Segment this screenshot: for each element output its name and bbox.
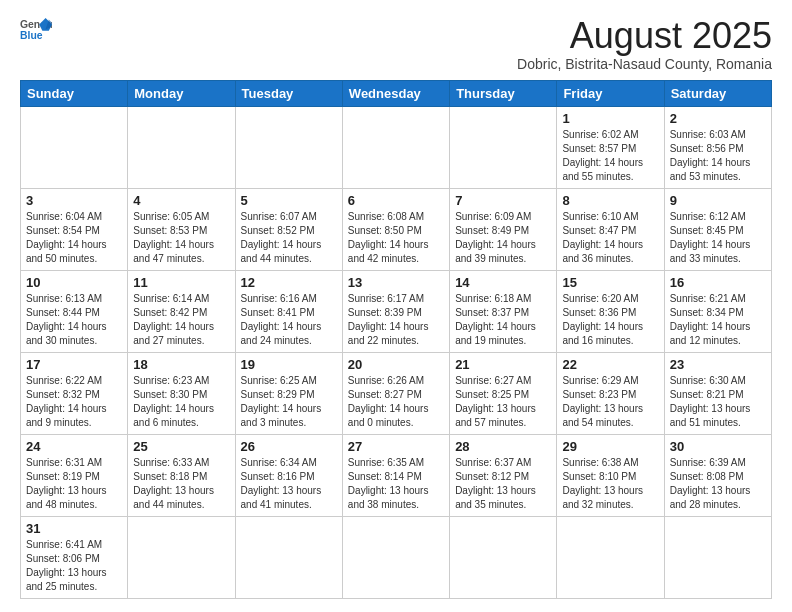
cell-w1-d1: 4Sunrise: 6:05 AM Sunset: 8:53 PM Daylig…	[128, 188, 235, 270]
col-tuesday: Tuesday	[235, 80, 342, 106]
cell-w0-d1	[128, 106, 235, 188]
cell-w3-d2: 19Sunrise: 6:25 AM Sunset: 8:29 PM Dayli…	[235, 352, 342, 434]
cell-w4-d3: 27Sunrise: 6:35 AM Sunset: 8:14 PM Dayli…	[342, 434, 449, 516]
cell-w1-d2: 5Sunrise: 6:07 AM Sunset: 8:52 PM Daylig…	[235, 188, 342, 270]
day-info: Sunrise: 6:25 AM Sunset: 8:29 PM Dayligh…	[241, 374, 337, 430]
day-number: 13	[348, 275, 444, 290]
cell-w4-d1: 25Sunrise: 6:33 AM Sunset: 8:18 PM Dayli…	[128, 434, 235, 516]
cell-w3-d5: 22Sunrise: 6:29 AM Sunset: 8:23 PM Dayli…	[557, 352, 664, 434]
col-saturday: Saturday	[664, 80, 771, 106]
day-info: Sunrise: 6:13 AM Sunset: 8:44 PM Dayligh…	[26, 292, 122, 348]
cell-w5-d4	[450, 516, 557, 598]
cell-w5-d1	[128, 516, 235, 598]
day-number: 26	[241, 439, 337, 454]
day-number: 19	[241, 357, 337, 372]
day-info: Sunrise: 6:10 AM Sunset: 8:47 PM Dayligh…	[562, 210, 658, 266]
day-info: Sunrise: 6:29 AM Sunset: 8:23 PM Dayligh…	[562, 374, 658, 430]
day-number: 7	[455, 193, 551, 208]
day-number: 9	[670, 193, 766, 208]
day-number: 21	[455, 357, 551, 372]
day-info: Sunrise: 6:07 AM Sunset: 8:52 PM Dayligh…	[241, 210, 337, 266]
day-info: Sunrise: 6:08 AM Sunset: 8:50 PM Dayligh…	[348, 210, 444, 266]
cell-w4-d2: 26Sunrise: 6:34 AM Sunset: 8:16 PM Dayli…	[235, 434, 342, 516]
cell-w1-d5: 8Sunrise: 6:10 AM Sunset: 8:47 PM Daylig…	[557, 188, 664, 270]
subtitle: Dobric, Bistrita-Nasaud County, Romania	[517, 56, 772, 72]
cell-w3-d3: 20Sunrise: 6:26 AM Sunset: 8:27 PM Dayli…	[342, 352, 449, 434]
day-info: Sunrise: 6:09 AM Sunset: 8:49 PM Dayligh…	[455, 210, 551, 266]
cell-w1-d6: 9Sunrise: 6:12 AM Sunset: 8:45 PM Daylig…	[664, 188, 771, 270]
cell-w4-d0: 24Sunrise: 6:31 AM Sunset: 8:19 PM Dayli…	[21, 434, 128, 516]
day-info: Sunrise: 6:33 AM Sunset: 8:18 PM Dayligh…	[133, 456, 229, 512]
day-number: 15	[562, 275, 658, 290]
day-info: Sunrise: 6:14 AM Sunset: 8:42 PM Dayligh…	[133, 292, 229, 348]
col-sunday: Sunday	[21, 80, 128, 106]
day-number: 4	[133, 193, 229, 208]
day-info: Sunrise: 6:22 AM Sunset: 8:32 PM Dayligh…	[26, 374, 122, 430]
cell-w4-d6: 30Sunrise: 6:39 AM Sunset: 8:08 PM Dayli…	[664, 434, 771, 516]
day-info: Sunrise: 6:16 AM Sunset: 8:41 PM Dayligh…	[241, 292, 337, 348]
day-info: Sunrise: 6:27 AM Sunset: 8:25 PM Dayligh…	[455, 374, 551, 430]
cell-w2-d6: 16Sunrise: 6:21 AM Sunset: 8:34 PM Dayli…	[664, 270, 771, 352]
cell-w3-d4: 21Sunrise: 6:27 AM Sunset: 8:25 PM Dayli…	[450, 352, 557, 434]
day-info: Sunrise: 6:41 AM Sunset: 8:06 PM Dayligh…	[26, 538, 122, 594]
day-info: Sunrise: 6:39 AM Sunset: 8:08 PM Dayligh…	[670, 456, 766, 512]
cell-w4-d5: 29Sunrise: 6:38 AM Sunset: 8:10 PM Dayli…	[557, 434, 664, 516]
cell-w1-d3: 6Sunrise: 6:08 AM Sunset: 8:50 PM Daylig…	[342, 188, 449, 270]
day-info: Sunrise: 6:02 AM Sunset: 8:57 PM Dayligh…	[562, 128, 658, 184]
week-row-4: 24Sunrise: 6:31 AM Sunset: 8:19 PM Dayli…	[21, 434, 772, 516]
day-number: 23	[670, 357, 766, 372]
week-row-2: 10Sunrise: 6:13 AM Sunset: 8:44 PM Dayli…	[21, 270, 772, 352]
cell-w5-d6	[664, 516, 771, 598]
day-info: Sunrise: 6:37 AM Sunset: 8:12 PM Dayligh…	[455, 456, 551, 512]
day-number: 5	[241, 193, 337, 208]
day-number: 14	[455, 275, 551, 290]
cell-w5-d2	[235, 516, 342, 598]
cell-w0-d3	[342, 106, 449, 188]
week-row-3: 17Sunrise: 6:22 AM Sunset: 8:32 PM Dayli…	[21, 352, 772, 434]
header: General Blue August 2025 Dobric, Bistrit…	[20, 16, 772, 72]
calendar-table: Sunday Monday Tuesday Wednesday Thursday…	[20, 80, 772, 599]
day-info: Sunrise: 6:18 AM Sunset: 8:37 PM Dayligh…	[455, 292, 551, 348]
cell-w2-d4: 14Sunrise: 6:18 AM Sunset: 8:37 PM Dayli…	[450, 270, 557, 352]
day-number: 20	[348, 357, 444, 372]
cell-w5-d3	[342, 516, 449, 598]
week-row-0: 1Sunrise: 6:02 AM Sunset: 8:57 PM Daylig…	[21, 106, 772, 188]
page: General Blue August 2025 Dobric, Bistrit…	[0, 0, 792, 609]
day-number: 6	[348, 193, 444, 208]
day-info: Sunrise: 6:30 AM Sunset: 8:21 PM Dayligh…	[670, 374, 766, 430]
day-info: Sunrise: 6:17 AM Sunset: 8:39 PM Dayligh…	[348, 292, 444, 348]
cell-w2-d3: 13Sunrise: 6:17 AM Sunset: 8:39 PM Dayli…	[342, 270, 449, 352]
cell-w4-d4: 28Sunrise: 6:37 AM Sunset: 8:12 PM Dayli…	[450, 434, 557, 516]
cell-w0-d5: 1Sunrise: 6:02 AM Sunset: 8:57 PM Daylig…	[557, 106, 664, 188]
cell-w5-d5	[557, 516, 664, 598]
day-number: 2	[670, 111, 766, 126]
general-blue-logo-icon: General Blue	[20, 16, 52, 44]
calendar-header-row: Sunday Monday Tuesday Wednesday Thursday…	[21, 80, 772, 106]
day-number: 31	[26, 521, 122, 536]
day-number: 29	[562, 439, 658, 454]
day-number: 12	[241, 275, 337, 290]
cell-w3-d0: 17Sunrise: 6:22 AM Sunset: 8:32 PM Dayli…	[21, 352, 128, 434]
day-number: 11	[133, 275, 229, 290]
day-info: Sunrise: 6:31 AM Sunset: 8:19 PM Dayligh…	[26, 456, 122, 512]
month-title: August 2025	[517, 16, 772, 56]
day-number: 1	[562, 111, 658, 126]
col-wednesday: Wednesday	[342, 80, 449, 106]
cell-w2-d5: 15Sunrise: 6:20 AM Sunset: 8:36 PM Dayli…	[557, 270, 664, 352]
day-info: Sunrise: 6:21 AM Sunset: 8:34 PM Dayligh…	[670, 292, 766, 348]
cell-w3-d6: 23Sunrise: 6:30 AM Sunset: 8:21 PM Dayli…	[664, 352, 771, 434]
day-info: Sunrise: 6:23 AM Sunset: 8:30 PM Dayligh…	[133, 374, 229, 430]
cell-w0-d4	[450, 106, 557, 188]
week-row-5: 31Sunrise: 6:41 AM Sunset: 8:06 PM Dayli…	[21, 516, 772, 598]
cell-w2-d0: 10Sunrise: 6:13 AM Sunset: 8:44 PM Dayli…	[21, 270, 128, 352]
day-number: 27	[348, 439, 444, 454]
day-info: Sunrise: 6:35 AM Sunset: 8:14 PM Dayligh…	[348, 456, 444, 512]
week-row-1: 3Sunrise: 6:04 AM Sunset: 8:54 PM Daylig…	[21, 188, 772, 270]
cell-w1-d4: 7Sunrise: 6:09 AM Sunset: 8:49 PM Daylig…	[450, 188, 557, 270]
col-monday: Monday	[128, 80, 235, 106]
svg-text:Blue: Blue	[20, 30, 43, 41]
day-info: Sunrise: 6:38 AM Sunset: 8:10 PM Dayligh…	[562, 456, 658, 512]
col-thursday: Thursday	[450, 80, 557, 106]
col-friday: Friday	[557, 80, 664, 106]
cell-w0-d0	[21, 106, 128, 188]
